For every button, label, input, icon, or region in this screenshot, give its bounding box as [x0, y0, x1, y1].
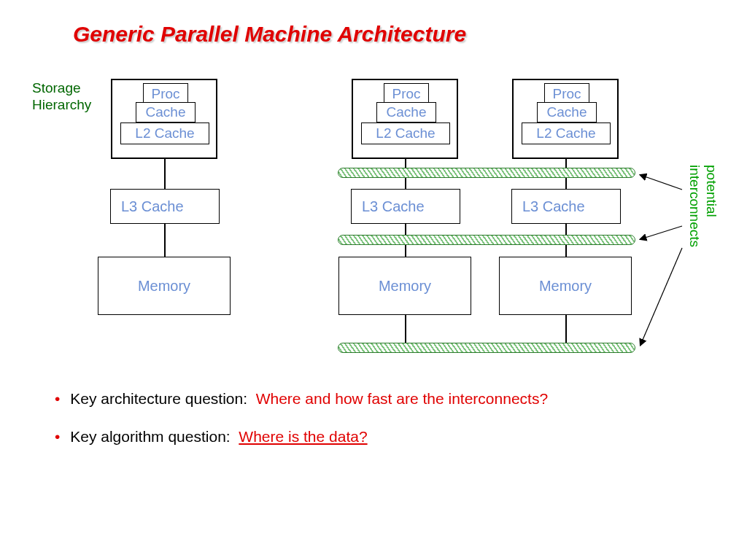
storage-hierarchy-label: Storage Hierarchy: [32, 80, 91, 114]
svg-line-2: [640, 248, 682, 345]
q2-label: Key algorithm question:: [70, 428, 230, 445]
proc-box: Proc: [384, 83, 429, 104]
memory-box-left: Memory: [98, 257, 231, 315]
conn-line: [164, 224, 166, 257]
memory-box-right-a: Memory: [338, 257, 471, 315]
cache-box: Cache: [537, 102, 597, 122]
label-line2: Hierarchy: [32, 97, 91, 112]
l2-box: L2 Cache: [120, 122, 209, 144]
slide-title: Generic Parallel Machine Architecture: [73, 22, 466, 47]
proc-box: Proc: [143, 83, 188, 104]
bus-bottom: [338, 343, 635, 353]
label-line1: potential: [704, 165, 719, 217]
bullet-dot-icon: •: [55, 390, 60, 407]
cache-box: Cache: [136, 102, 196, 122]
cache-box: Cache: [376, 102, 436, 122]
l3-box-right-b: L3 Cache: [511, 189, 621, 224]
bullet-2: • Key algorithm question: Where is the d…: [55, 428, 548, 446]
label-line1: Storage: [32, 80, 81, 96]
bullet-list: • Key architecture question: Where and h…: [55, 390, 548, 466]
svg-line-1: [640, 226, 682, 239]
label-line2: interconnects: [687, 165, 703, 247]
memory-box-right-b: Memory: [499, 257, 632, 315]
conn-line: [164, 159, 166, 189]
bullet-1: • Key architecture question: Where and h…: [55, 390, 548, 408]
q2-answer: Where is the data?: [239, 428, 367, 445]
q1-label: Key architecture question:: [70, 390, 247, 407]
l3-box-left: L3 Cache: [110, 189, 220, 224]
potential-interconnects-label: potential interconnects: [686, 165, 719, 247]
bus-top: [338, 168, 635, 178]
conn-line: [565, 315, 567, 344]
svg-line-0: [640, 175, 682, 190]
bullet-dot-icon: •: [55, 428, 60, 445]
q1-answer: Where and how fast are the interconnects…: [256, 390, 548, 407]
l2-box: L2 Cache: [522, 122, 611, 144]
l2-box: L2 Cache: [361, 122, 450, 144]
l3-box-right-a: L3 Cache: [351, 189, 460, 224]
proc-box: Proc: [544, 83, 589, 104]
bus-mid: [338, 235, 635, 245]
conn-line: [405, 315, 406, 344]
